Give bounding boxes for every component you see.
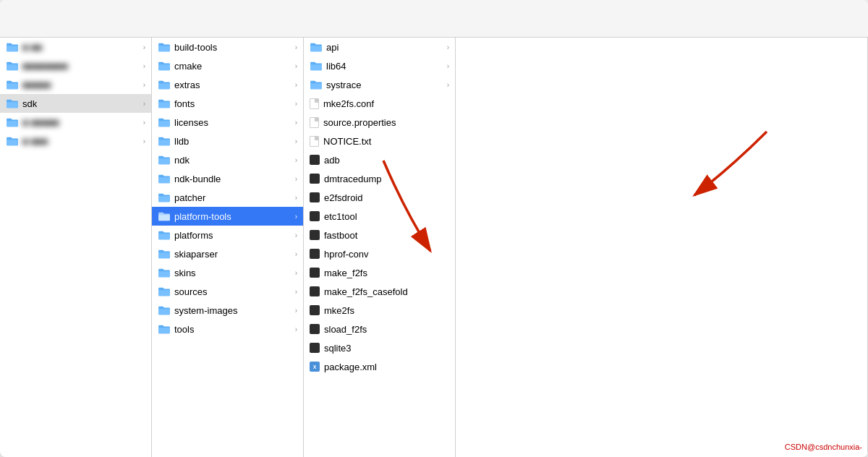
extras-label: extras [174, 80, 292, 90]
platforms-label: platforms [174, 230, 292, 241]
exec-icon-etc1tool [310, 211, 320, 221]
col2-build-tools[interactable]: build-tools › [152, 38, 303, 56]
sload-f2fs-label: sload_f2fs [324, 324, 449, 335]
toolbar [0, 0, 868, 38]
fastboot-label: fastboot [324, 230, 449, 241]
system-images-label: system-images [174, 305, 292, 316]
col2-ndk[interactable]: ndk › [152, 150, 303, 169]
columns-wrapper: ■ ■■ › ■■■■■■■■ › [0, 38, 868, 457]
exec-icon-make-f2fs-casefold [310, 286, 320, 296]
licenses-label: licenses [174, 117, 292, 128]
notice-txt-label: NOTICE.txt [323, 136, 449, 147]
doc-icon-notice [310, 136, 319, 147]
col3-notice-txt[interactable]: NOTICE.txt [304, 132, 455, 150]
col2-tools[interactable]: tools › [152, 320, 303, 338]
col1-item-1[interactable]: ■ ■■ › [0, 38, 151, 56]
lldb-label: lldb [174, 136, 292, 147]
col3-api[interactable]: api › [304, 38, 455, 56]
col1-item-3[interactable]: ■■■■■ › [0, 75, 151, 94]
col1-sdk-chevron: › [143, 100, 145, 108]
col1-item2-chevron: › [143, 62, 145, 70]
col3-mke2fs[interactable]: mke2fs [304, 301, 455, 320]
doc-icon-mke2fs [310, 98, 319, 109]
exec-icon-e2fsdroid [310, 192, 320, 202]
col2-skins[interactable]: skins › [152, 263, 303, 282]
api-label: api [326, 42, 444, 53]
hprof-conv-label: hprof-conv [324, 249, 449, 260]
col1-item-6[interactable]: ■ ■■■ › [0, 132, 151, 150]
col2-licenses[interactable]: licenses › [152, 113, 303, 132]
cmake-label: cmake [174, 61, 292, 72]
col2-system-images[interactable]: system-images › [152, 301, 303, 320]
column-2: build-tools › cmake › extras › [152, 38, 304, 457]
dmtracedump-label: dmtracedump [324, 174, 449, 184]
col3-dmtracedump[interactable]: dmtracedump [304, 169, 455, 188]
make-f2fs-casefold-label: make_f2fs_casefold [324, 286, 449, 297]
col3-hprof-conv[interactable]: hprof-conv [304, 244, 455, 263]
col2-fonts[interactable]: fonts › [152, 94, 303, 113]
col1-item-5[interactable]: ■ ■■■■■ › [0, 113, 151, 132]
etc1tool-label: etc1tool [324, 211, 449, 222]
col2-sources[interactable]: sources › [152, 282, 303, 301]
sources-label: sources [174, 286, 292, 297]
ndk-label: ndk [174, 155, 292, 166]
skins-label: skins [174, 268, 292, 278]
col1-item5-label: ■ ■■■■■ [22, 117, 140, 128]
exec-icon-sload-f2fs [310, 324, 320, 334]
fonts-label: fonts [174, 98, 292, 109]
exec-icon-mke2fs [310, 305, 320, 315]
mke2fs-label: mke2fs [324, 305, 449, 316]
col3-lib64[interactable]: lib64 › [304, 56, 455, 75]
col3-mke2fs-conf[interactable]: mke2fs.conf [304, 94, 455, 113]
col3-systrace[interactable]: systrace › [304, 75, 455, 94]
make-f2fs-label: make_f2fs [324, 268, 449, 278]
column-3: api › lib64 › systrace › m [304, 38, 456, 457]
package-xml-label: package.xml [324, 362, 449, 372]
col3-e2fsdroid[interactable]: e2fsdroid [304, 188, 455, 207]
col2-platforms[interactable]: platforms › [152, 226, 303, 244]
tools-label: tools [174, 324, 292, 335]
e2fsdroid-label: e2fsdroid [324, 192, 449, 203]
xml-icon-package: X [310, 362, 320, 372]
exec-icon-make-f2fs [310, 268, 320, 278]
sqlite3-label: sqlite3 [324, 343, 449, 354]
patcher-label: patcher [174, 192, 292, 203]
col3-source-properties[interactable]: source.properties [304, 113, 455, 132]
col1-item6-chevron: › [143, 137, 145, 145]
exec-icon-dmtracedump [310, 174, 320, 184]
col3-sqlite3[interactable]: sqlite3 [304, 338, 455, 357]
exec-icon-fastboot [310, 230, 320, 240]
ndk-bundle-label: ndk-bundle [174, 174, 292, 184]
col3-sload-f2fs[interactable]: sload_f2fs [304, 320, 455, 338]
col3-fastboot[interactable]: fastboot [304, 226, 455, 244]
column-1: ■ ■■ › ■■■■■■■■ › [0, 38, 152, 457]
doc-icon-source [310, 117, 319, 128]
col2-ndk-bundle[interactable]: ndk-bundle › [152, 169, 303, 188]
platform-tools-label: platform-tools [174, 211, 292, 222]
col1-item5-chevron: › [143, 119, 145, 127]
col1-item-2[interactable]: ■■■■■■■■ › [0, 56, 151, 75]
col1-item3-label: ■■■■■ [22, 80, 140, 90]
col2-lldb[interactable]: lldb › [152, 132, 303, 150]
exec-icon-hprof-conv [310, 249, 320, 259]
col1-sdk[interactable]: sdk › [0, 94, 151, 113]
col1-item1-chevron: › [143, 43, 145, 51]
col2-patcher[interactable]: patcher › [152, 188, 303, 207]
mke2fs-conf-label: mke2fs.conf [323, 98, 449, 109]
col2-extras[interactable]: extras › [152, 75, 303, 94]
col3-make-f2fs-casefold[interactable]: make_f2fs_casefold [304, 282, 455, 301]
adb-label: adb [324, 155, 449, 166]
build-tools-label: build-tools [174, 42, 292, 53]
col2-cmake[interactable]: cmake › [152, 56, 303, 75]
col3-make-f2fs[interactable]: make_f2fs [304, 263, 455, 282]
finder-window: ■ ■■ › ■■■■■■■■ › [0, 0, 868, 457]
systrace-label: systrace [326, 80, 444, 90]
col3-adb[interactable]: adb [304, 150, 455, 169]
column-4 [456, 38, 868, 457]
col1-sdk-label: sdk [22, 98, 140, 109]
exec-icon-adb [310, 155, 320, 165]
col3-package-xml[interactable]: X package.xml [304, 357, 455, 376]
col2-skiaparser[interactable]: skiaparser › [152, 244, 303, 263]
col2-platform-tools[interactable]: platform-tools › [152, 207, 303, 226]
col3-etc1tool[interactable]: etc1tool [304, 207, 455, 226]
